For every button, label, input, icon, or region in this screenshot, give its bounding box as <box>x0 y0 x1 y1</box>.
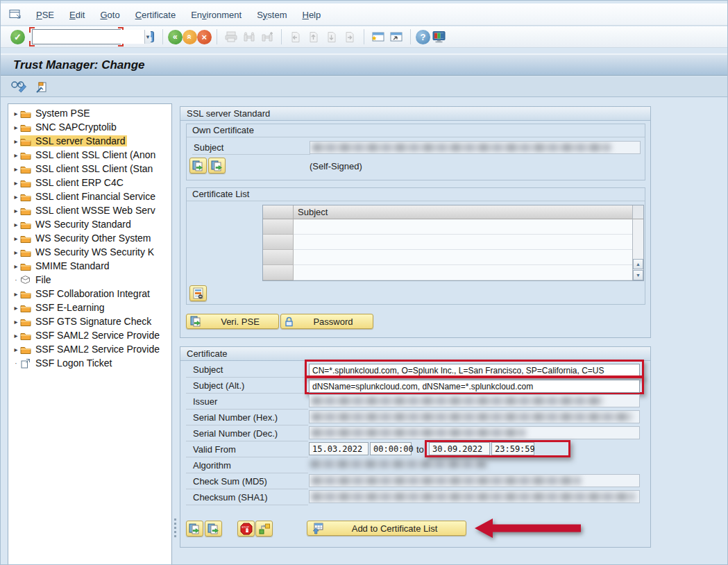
expander-arrow-icon[interactable]: ▸ <box>12 124 20 131</box>
find-next-icon[interactable] <box>259 28 276 45</box>
row-subject-cell[interactable] <box>294 235 643 250</box>
tree-item-ssf-gts-signature-check[interactable]: ▸SSF GTS Signature Check <box>8 314 171 328</box>
first-page-icon[interactable] <box>287 28 304 45</box>
certificate-list-row[interactable] <box>263 219 643 235</box>
expander-arrow-icon[interactable]: ▸ <box>12 318 20 326</box>
own-subject-field[interactable] <box>310 141 641 154</box>
valid-from-date-field[interactable]: 15.03.2022 <box>309 442 369 455</box>
command-dropdown-icon[interactable]: ▼ <box>145 30 151 44</box>
display-change-icon[interactable] <box>9 78 28 95</box>
expander-arrow-icon[interactable]: ▸ <box>12 137 20 145</box>
previous-page-icon[interactable] <box>305 28 322 45</box>
valid-to-time-field[interactable]: 23:59:59 <box>491 442 534 455</box>
customize-layout-icon[interactable] <box>431 28 448 45</box>
check-sum-md5-field[interactable] <box>309 474 640 487</box>
expander-arrow-icon[interactable]: ▸ <box>12 304 20 312</box>
veri-pse-button[interactable]: Veri. PSE <box>186 314 279 329</box>
last-page-icon[interactable] <box>341 28 358 45</box>
import-certificate-icon[interactable] <box>186 521 203 537</box>
exit-icon[interactable]: × <box>197 30 212 44</box>
scroll-down-icon[interactable]: ▼ <box>633 270 643 280</box>
menu-system[interactable]: System <box>249 7 294 23</box>
tree-item-system-pse[interactable]: ▸System PSE <box>8 106 171 120</box>
row-subject-cell[interactable] <box>294 219 643 235</box>
create-shortcut-icon[interactable] <box>388 28 405 45</box>
tree-item-snc-sapcryptolib[interactable]: ▸SNC SAPCryptolib <box>8 120 171 134</box>
panel-splitter[interactable] <box>173 103 179 565</box>
tree-item-ssf-saml2-service-provide[interactable]: ▸SSF SAML2 Service Provide <box>8 328 171 342</box>
row-selector[interactable] <box>263 219 294 235</box>
tree-item-ssl-client-ssl-client-anon[interactable]: ▸SSL client SSL Client (Anon <box>8 148 171 162</box>
position-icon[interactable] <box>31 78 51 95</box>
tree-item-ws-security-other-system[interactable]: ▸WS Security Other System <box>8 231 171 245</box>
subject-alt-field[interactable]: dNSName=splunkcloud.com, dNSName=*.splun… <box>309 380 640 393</box>
row-selector[interactable] <box>263 265 294 280</box>
remove-from-list-icon[interactable] <box>189 285 207 301</box>
tree-item-ssf-collaboration-integrat[interactable]: ▸SSF Collaboration Integrat <box>8 287 171 301</box>
expander-arrow-icon[interactable]: ▸ <box>12 165 20 173</box>
serial-number-hex-field[interactable] <box>309 410 640 423</box>
expander-arrow-icon[interactable]: ▸ <box>12 193 20 201</box>
tree-item-ws-security-standard[interactable]: ▸WS Security Standard <box>8 217 171 231</box>
expander-arrow-icon[interactable]: ▸ <box>12 179 20 187</box>
import-certificate-icon[interactable] <box>189 158 207 174</box>
valid-from-time-field[interactable]: 00:00:00 <box>370 442 412 455</box>
scroll-up-icon[interactable]: ▲ <box>633 259 643 269</box>
serial-number-dec-field[interactable] <box>309 426 640 439</box>
new-session-icon[interactable] <box>370 28 387 45</box>
system-menu-icon[interactable] <box>9 9 23 20</box>
menu-pse[interactable]: PSE <box>28 7 62 23</box>
expander-arrow-icon[interactable]: ▸ <box>12 110 20 117</box>
tree-item-ssf-logon-ticket[interactable]: ·SSF Logon Ticket <box>8 356 171 370</box>
next-page-icon[interactable] <box>323 28 340 45</box>
checksum-sha1-field[interactable] <box>309 490 640 503</box>
find-icon[interactable] <box>241 28 257 45</box>
select-all-column-header[interactable] <box>263 205 294 219</box>
expander-arrow-icon[interactable]: ▸ <box>12 207 20 214</box>
row-selector[interactable] <box>263 250 294 265</box>
valid-to-date-field[interactable]: 30.09.2022 <box>429 442 490 455</box>
help-icon[interactable]: ? <box>416 30 430 44</box>
back-icon[interactable]: « <box>168 30 183 44</box>
tree-item-ssl-client-financial-service[interactable]: ▸SSL client Financial Service <box>8 189 171 203</box>
expander-arrow-icon[interactable]: ▸ <box>12 262 20 270</box>
stop-icon[interactable]: STOP <box>237 521 255 537</box>
tree-item-ssf-e-learning[interactable]: ▸SSF E-Learning <box>8 301 171 314</box>
expander-arrow-icon[interactable]: ▸ <box>12 290 20 298</box>
table-scrollbar[interactable]: ▲ ▼ <box>632 219 643 280</box>
menu-certificate[interactable]: Certificate <box>128 7 184 23</box>
print-icon[interactable] <box>223 28 239 45</box>
enter-icon[interactable]: ✓ <box>10 30 25 44</box>
tree-item-ssf-saml2-service-provide[interactable]: ▸SSF SAML2 Service Provide <box>8 342 171 356</box>
row-subject-cell[interactable] <box>294 250 643 265</box>
certificate-list-row[interactable] <box>263 265 643 280</box>
menu-goto[interactable]: Goto <box>92 7 127 23</box>
tree-item-ws-security-ws-security-k[interactable]: ▸WS Security WS Security K <box>8 245 171 259</box>
expander-arrow-icon[interactable]: ▸ <box>12 151 20 159</box>
expander-arrow-icon[interactable]: ▸ <box>12 346 20 353</box>
expander-arrow-icon[interactable]: ▸ <box>12 221 20 228</box>
menu-environment[interactable]: Environment <box>183 7 249 23</box>
menu-help[interactable]: Help <box>294 7 328 23</box>
up-icon[interactable]: « <box>183 30 197 44</box>
row-subject-cell[interactable] <box>294 265 643 280</box>
certificate-list-row[interactable] <box>263 250 643 265</box>
expander-arrow-icon[interactable]: ▸ <box>12 235 20 242</box>
tree-item-ssl-client-erp-c4c[interactable]: ▸SSL client ERP C4C <box>8 176 171 189</box>
command-input[interactable] <box>33 30 145 44</box>
swap-icon[interactable] <box>255 521 273 537</box>
tree-item-ssl-client-ssl-client-stan[interactable]: ▸SSL client SSL Client (Stan <box>8 162 171 176</box>
expander-arrow-icon[interactable]: ▸ <box>12 332 20 339</box>
menu-edit[interactable]: Edit <box>62 7 92 23</box>
export-certificate-icon[interactable] <box>205 521 222 537</box>
issuer-field[interactable] <box>309 394 640 407</box>
tree-item-file[interactable]: ·File <box>8 273 171 287</box>
tree-item-ssl-client-wsse-web-serv[interactable]: ▸SSL client WSSE Web Serv <box>8 203 171 217</box>
row-selector[interactable] <box>263 235 294 250</box>
splitter-handle[interactable] <box>174 516 176 539</box>
expander-arrow-icon[interactable]: ▸ <box>12 248 20 256</box>
add-to-certificate-list-button[interactable]: Add to Certificate List <box>307 521 466 536</box>
tree-item-ssl-server-standard[interactable]: ▸SSL server Standard <box>8 134 171 148</box>
password-button[interactable]: Password <box>280 314 373 329</box>
tree-item-smime-standard[interactable]: ▸SMIME Standard <box>8 259 171 273</box>
